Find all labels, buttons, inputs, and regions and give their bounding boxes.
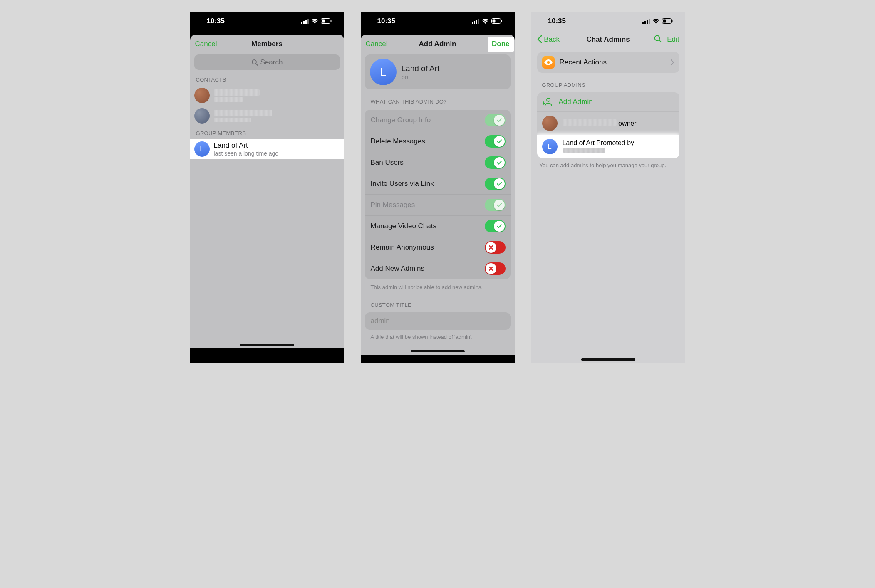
svg-rect-12 xyxy=(478,19,479,24)
svg-rect-9 xyxy=(472,22,473,24)
svg-rect-2 xyxy=(305,20,307,24)
wifi-icon xyxy=(482,19,489,24)
cancel-button[interactable]: Cancel xyxy=(366,40,395,48)
battery-icon xyxy=(662,18,673,24)
permission-toggle[interactable] xyxy=(485,156,506,169)
svg-rect-10 xyxy=(474,21,475,24)
svg-rect-0 xyxy=(301,22,302,24)
permission-label: Delete Messages xyxy=(371,137,425,146)
back-button[interactable]: Back xyxy=(537,35,566,44)
screenshot-chat-admins: 10:35 Back Chat Admins Edit Recent Actio… xyxy=(531,12,685,363)
home-indicator xyxy=(581,358,635,361)
admin-name: Land of Art xyxy=(402,64,440,73)
admins-footer: You can add admins to help you manage yo… xyxy=(531,158,685,168)
permission-label: Pin Messages xyxy=(371,201,415,209)
redacted-promoter xyxy=(563,148,605,153)
contact-text xyxy=(214,110,272,122)
custom-title-help: A title that will be shown instead of 'a… xyxy=(361,330,515,341)
status-time: 10:35 xyxy=(548,17,566,25)
perms-help: This admin will not be able to add new a… xyxy=(361,279,515,291)
permission-row: Pin Messages xyxy=(365,194,511,215)
admin-row-land-of-art[interactable]: L Land of Art Promoted by xyxy=(537,135,679,158)
permission-row[interactable]: Manage Video Chats xyxy=(365,215,511,237)
home-indicator xyxy=(240,344,294,346)
page-title: Add Admin xyxy=(419,40,456,48)
permission-row[interactable]: Ban Users xyxy=(365,152,511,173)
status-bar: 10:35 xyxy=(361,12,515,30)
status-time: 10:35 xyxy=(377,17,395,25)
permission-label: Change Group Info xyxy=(371,116,431,124)
battery-icon xyxy=(321,18,332,24)
wifi-icon xyxy=(311,19,318,24)
chevron-left-icon xyxy=(537,35,542,43)
admin-row-owner[interactable]: owner xyxy=(537,111,679,135)
permission-toggle[interactable] xyxy=(485,262,506,275)
group-members-header: GROUP MEMBERS xyxy=(190,126,344,139)
admins-list: Add Admin owner L Land of Art Promoted b… xyxy=(537,92,679,158)
admin-name: Land of Art xyxy=(563,139,595,146)
done-button[interactable]: Done xyxy=(488,37,514,52)
svg-rect-18 xyxy=(647,20,648,24)
permission-toggle[interactable] xyxy=(485,135,506,148)
search-icon xyxy=(251,59,258,66)
edit-button[interactable]: Edit xyxy=(667,35,679,44)
cellular-icon xyxy=(472,19,479,24)
permission-row[interactable]: Delete Messages xyxy=(365,131,511,152)
nav-bar: Cancel Members xyxy=(190,35,344,54)
admin-avatar: L xyxy=(542,139,558,154)
permission-row: Change Group Info xyxy=(365,110,511,131)
group-admins-header: GROUP ADMINS xyxy=(531,73,685,90)
permission-row[interactable]: Remain Anonymous xyxy=(365,237,511,258)
admin-subtype: bot xyxy=(402,73,440,80)
cancel-button[interactable]: Cancel xyxy=(195,40,224,48)
status-bar: 10:35 xyxy=(190,12,344,30)
permissions-list: Change Group InfoDelete MessagesBan User… xyxy=(365,110,511,279)
redacted-sub xyxy=(214,97,243,102)
custom-title-input[interactable] xyxy=(365,312,511,330)
add-admin-sheet: Cancel Add Admin Done L Land of Art bot … xyxy=(361,35,515,355)
contact-row[interactable] xyxy=(190,106,344,126)
cellular-icon xyxy=(301,19,309,24)
search-button[interactable] xyxy=(654,35,662,45)
permission-toggle[interactable] xyxy=(485,178,506,190)
contact-row[interactable] xyxy=(190,85,344,106)
add-admin-label: Add Admin xyxy=(559,98,593,106)
svg-point-26 xyxy=(547,98,550,101)
permission-label: Ban Users xyxy=(371,158,404,167)
back-label: Back xyxy=(544,35,560,43)
contacts-header: CONTACTS xyxy=(190,72,344,85)
screenshot-add-admin: 10:35 Cancel Add Admin Done L Land of Ar… xyxy=(361,12,515,363)
search-input[interactable]: Search xyxy=(194,54,340,70)
search-placeholder: Search xyxy=(260,58,283,67)
permission-toggle[interactable] xyxy=(485,220,506,232)
status-icons xyxy=(472,18,502,24)
member-row-land-of-art[interactable]: L Land of Art last seen a long time ago xyxy=(190,139,344,159)
screenshot-members: 10:35 Cancel Members Search CONTACTS xyxy=(190,12,344,363)
permission-label: Add New Admins xyxy=(371,264,424,273)
status-icons xyxy=(301,18,332,24)
owner-role: owner xyxy=(618,120,637,127)
permission-row[interactable]: Invite Users via Link xyxy=(365,173,511,194)
member-status: last seen a long time ago xyxy=(214,150,279,157)
svg-rect-6 xyxy=(330,20,331,22)
svg-rect-3 xyxy=(307,19,309,24)
status-time: 10:35 xyxy=(207,17,225,25)
perms-header: WHAT CAN THIS ADMIN DO? xyxy=(361,89,515,107)
search-icon xyxy=(654,35,662,43)
permission-label: Invite Users via Link xyxy=(371,180,434,188)
add-admin-icon xyxy=(542,96,554,108)
add-admin-row[interactable]: Add Admin xyxy=(537,92,679,111)
avatar xyxy=(194,108,210,124)
permission-toggle[interactable] xyxy=(485,241,506,254)
svg-rect-19 xyxy=(649,19,650,24)
permission-label: Remain Anonymous xyxy=(371,243,434,252)
page-title: Members xyxy=(251,40,283,48)
member-name: Land of Art xyxy=(214,141,279,150)
recent-actions-row[interactable]: Recent Actions xyxy=(537,52,679,73)
permission-row[interactable]: Add New Admins xyxy=(365,258,511,279)
chevron-right-icon xyxy=(671,58,674,67)
admin-avatar: L xyxy=(370,59,397,85)
nav-bar: Back Chat Admins Edit xyxy=(531,30,685,49)
wifi-icon xyxy=(652,19,659,24)
svg-rect-17 xyxy=(644,21,646,24)
